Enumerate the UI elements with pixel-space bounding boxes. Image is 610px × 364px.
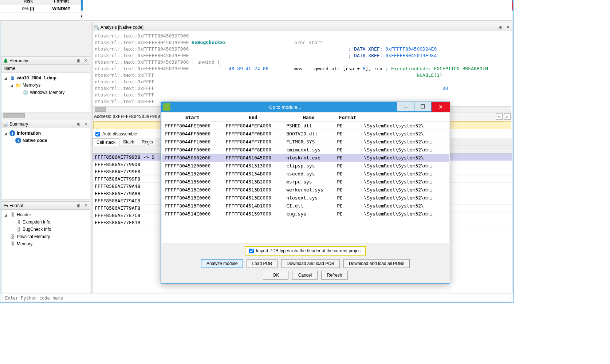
memory-icon: 💿: [23, 90, 28, 95]
module-row[interactable]: FFFFF80451320000FFFFF8045134B000ksecdd.s…: [162, 170, 449, 178]
module-row[interactable]: FFFFF804513E0000FFFFF804513EC000ntosext.…: [162, 194, 449, 202]
auto-disassemble-checkbox[interactable]: [95, 132, 100, 136]
panel-float-icon[interactable]: ▣: [75, 203, 81, 209]
module-row[interactable]: FFFFF80450002000FFFFF80451045000ntoskrnl…: [162, 154, 449, 162]
panel-close-icon[interactable]: ✕: [83, 121, 88, 127]
summary-information[interactable]: ◢iInformation: [3, 130, 88, 137]
format-phys[interactable]: 🗄Physical Memory: [3, 233, 88, 240]
format-bug[interactable]: 🗄BugCheck Info: [3, 226, 88, 233]
format-header[interactable]: ◢🗄Header: [3, 211, 88, 218]
info-icon: i: [15, 138, 21, 143]
hierarchy-col: Name: [1, 65, 90, 73]
db-icon: 🗄: [15, 219, 21, 225]
tree-memorys[interactable]: ◢📁Memorys: [3, 82, 88, 89]
panel-close-icon[interactable]: ✕: [83, 203, 88, 209]
module-row[interactable]: FFFFF804513C0000FFFFF804513D1000werkerne…: [162, 186, 449, 194]
module-row[interactable]: FFFFF8044FF00000FFFFF8044FF0B000BOOTVID.…: [162, 130, 449, 138]
format-title: Format: [9, 203, 74, 208]
summary-title: Summary: [9, 122, 74, 127]
ok-button[interactable]: OK: [263, 271, 288, 280]
file-icon: 🗎: [9, 75, 15, 81]
folder-icon: 📁: [15, 82, 21, 88]
panel-float-icon[interactable]: ▣: [497, 24, 503, 30]
db-icon: 🗄: [9, 241, 15, 247]
tree-icon: 🌲: [3, 58, 8, 63]
db-icon: 🗄: [9, 234, 15, 240]
modal-title: Go to module...: [173, 104, 397, 110]
tab-stack[interactable]: Stack: [119, 138, 138, 146]
address-prev-button[interactable]: <: [496, 113, 503, 120]
module-row[interactable]: FFFFF80451200000FFFFF80451313000clipsp.s…: [162, 162, 449, 170]
import-pdb-checkbox[interactable]: [249, 249, 254, 253]
panel-close-icon[interactable]: ✕: [83, 58, 88, 64]
panel-float-icon[interactable]: ▣: [75, 58, 81, 64]
tree-winmem[interactable]: 💿Windows Memory: [3, 89, 88, 96]
module-row[interactable]: FFFFF80451350000FFFFF804513B2000msrpc.sy…: [162, 178, 449, 186]
panel-close-icon[interactable]: ✕: [505, 24, 511, 30]
tab-registers[interactable]: Regis: [138, 138, 157, 146]
load-pdb-button[interactable]: Load PDB: [247, 259, 278, 268]
format-exc[interactable]: 🗄Exception Info: [3, 218, 88, 226]
hierarchy-title: Hierarchy: [9, 58, 74, 63]
analyze-module-button[interactable]: Analyze module: [201, 259, 243, 268]
analysis-title: Analysis [Native code]: [101, 25, 496, 30]
format-icon: 🗃: [3, 203, 8, 208]
module-row[interactable]: FFFFF804514E0000FFFFF80451597000cng.sysP…: [162, 210, 449, 218]
modal-maximize-button[interactable]: ☐: [414, 102, 431, 111]
module-row[interactable]: FFFFF8044FF80000FFFFF8044FF8E000cmimcext…: [162, 146, 449, 154]
download-load-all-pdbs-button[interactable]: Download and load all PDBs: [343, 259, 410, 268]
db-icon: 🗄: [9, 212, 15, 218]
summary-icon: 📊: [3, 122, 8, 127]
auto-disassemble-label: Auto-disassemble: [102, 131, 137, 136]
db-icon: 🗄: [15, 226, 21, 232]
address-next-button[interactable]: >: [504, 113, 511, 120]
download-load-pdb-button[interactable]: Download and load PDB: [281, 259, 340, 268]
goto-module-dialog: Go to module... ─ ☐ ✕ Start End Name For…: [161, 102, 450, 284]
cancel-button[interactable]: Cancel: [292, 271, 318, 280]
modal-close-button[interactable]: ✕: [432, 102, 450, 112]
tree-root[interactable]: ◢🗎win10_2004_1.dmp: [3, 74, 88, 82]
format-mem[interactable]: 🗄Memory: [3, 240, 88, 248]
import-pdb-label: Import PDB types into the header of the …: [256, 248, 362, 253]
magnifier-icon: 🔍: [94, 25, 99, 30]
panel-float-icon[interactable]: ▣: [75, 121, 81, 127]
modal-minimize-button[interactable]: ─: [397, 102, 414, 111]
python-input[interactable]: [3, 295, 511, 301]
module-row[interactable]: FFFFF8044FEE0000FFFFF8044FEFA000PSHED.dl…: [162, 122, 449, 130]
module-row[interactable]: FFFFF8044FF10000FFFFF8044FF7F000FLTMGR.S…: [162, 138, 449, 146]
tab-call-stack[interactable]: Call stack: [93, 138, 119, 146]
address-value: 0xFFFFF8045039F900: [113, 114, 160, 119]
info-icon: i: [9, 130, 15, 136]
module-row[interactable]: FFFFF804513F0000FFFFF804514D1000CI.dllPE…: [162, 202, 449, 210]
refresh-button[interactable]: Refresh: [321, 271, 347, 280]
app-icon: [163, 103, 170, 111]
module-table[interactable]: Start End Name Format FFFFF8044FEE0000FF…: [162, 113, 449, 218]
summary-native[interactable]: iNative code: [3, 137, 88, 144]
disassembly-view[interactable]: ntoskrnl:.text:0xFFFFF8045039F900 ntoskr…: [93, 31, 512, 106]
address-label: Address:: [94, 114, 111, 119]
